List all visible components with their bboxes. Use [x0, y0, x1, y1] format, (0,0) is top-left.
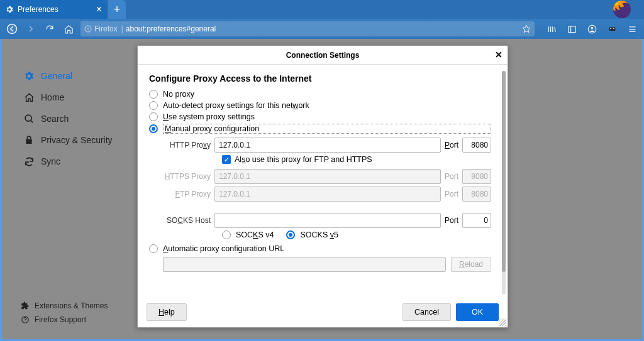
url-prefix: Firefox [94, 24, 118, 33]
sidebar-item-general[interactable]: General [21, 65, 128, 87]
checkbox-label: Also use this proxy for FTP and HTTPS [235, 155, 372, 164]
tab-title: Preferences [18, 5, 58, 14]
socks-host-input[interactable] [214, 213, 441, 228]
ok-button[interactable]: OK [456, 303, 499, 321]
close-icon[interactable]: ✕ [495, 50, 502, 60]
svg-point-11 [25, 115, 31, 121]
svg-rect-7 [609, 28, 615, 31]
socks-port-input[interactable] [462, 213, 491, 228]
footer-label: Extensions & Themes [35, 301, 108, 310]
radio-no-proxy[interactable]: No proxy [149, 89, 491, 100]
radio-label: Use system proxy settings [163, 112, 255, 121]
forward-button[interactable] [24, 22, 38, 36]
puzzle-icon [21, 301, 30, 310]
ftp-proxy-label: FTP Proxy [163, 190, 211, 198]
ftp-port-input [462, 187, 491, 202]
lock-icon [23, 134, 35, 146]
radio-label: No proxy [163, 90, 194, 99]
gear-icon [5, 5, 14, 14]
svg-point-8 [610, 28, 611, 29]
svg-rect-12 [26, 139, 31, 144]
port-label: Port [445, 141, 458, 149]
https-proxy-input [214, 169, 441, 184]
sidebar-label: General [41, 71, 72, 81]
https-port-input [462, 169, 491, 184]
account-icon[interactable] [585, 22, 599, 36]
help-button[interactable]: Help [147, 303, 187, 321]
back-button[interactable] [5, 22, 19, 36]
proxy-fields: HTTP Proxy Port ✓ Also use this proxy fo… [163, 138, 491, 239]
also-use-checkbox[interactable]: ✓ Also use this proxy for FTP and HTTPS [222, 155, 491, 164]
new-tab-button[interactable]: + [108, 0, 126, 19]
section-heading: Configure Proxy Access to the Internet [149, 73, 491, 84]
svg-rect-2 [568, 26, 575, 32]
reload-pac-button: Reload [451, 257, 491, 272]
sidebar-label: Privacy & Security [41, 135, 113, 145]
sidebar-item-home[interactable]: Home [21, 87, 128, 108]
sidebar-label: Home [41, 92, 64, 102]
port-label: Port [445, 216, 458, 225]
sidebar-item-sync[interactable]: Sync [21, 151, 128, 172]
close-tab-icon[interactable]: × [96, 4, 102, 15]
home-button[interactable] [62, 22, 75, 36]
sync-icon [23, 156, 35, 167]
port-label: Port [445, 190, 458, 198]
nav-bar: Firefox | about:preferences#general [0, 19, 644, 39]
cancel-button[interactable]: Cancel [402, 303, 451, 321]
home-icon [23, 92, 35, 103]
search-icon [23, 113, 35, 124]
scrollbar-thumb[interactable] [502, 71, 506, 272]
footer-links: Extensions & Themes Firefox Support [21, 299, 108, 327]
info-icon [84, 25, 92, 33]
radio-icon [149, 101, 158, 110]
radio-icon [149, 90, 158, 99]
toolbar-right [545, 22, 639, 36]
bookmark-icon[interactable] [522, 24, 531, 33]
gear-icon [23, 70, 35, 82]
firefox-logo [600, 0, 631, 19]
radio-socks5[interactable] [286, 230, 295, 239]
socks5-label: SOCKS v5 [300, 230, 338, 239]
reload-button[interactable] [43, 22, 57, 36]
radio-icon [149, 112, 158, 121]
radio-socks4[interactable] [222, 230, 231, 239]
radio-label: Auto-detect proxy settings for this netw… [163, 101, 309, 110]
socks-host-label: SOCKS Host [163, 216, 211, 225]
footer-support[interactable]: Firefox Support [21, 313, 108, 327]
dialog-footer: Help Cancel OK [138, 301, 508, 327]
footer-label: Firefox Support [35, 315, 86, 324]
sidebar-item-search[interactable]: Search [21, 108, 128, 129]
svg-point-4 [591, 26, 593, 29]
radio-manual-proxy[interactable]: Manual proxy configuration [149, 122, 491, 135]
http-proxy-input[interactable] [214, 138, 441, 153]
http-port-input[interactable] [462, 138, 491, 153]
help-icon [21, 315, 30, 324]
svg-point-9 [613, 28, 614, 29]
preferences-sidebar: General Home Search Privacy & Security S… [21, 65, 128, 172]
url-text: about:preferences#general [126, 24, 216, 33]
sidebar-label: Sync [41, 156, 60, 166]
dialog-header: Connection Settings ✕ [138, 46, 508, 65]
sidebar-label: Search [41, 114, 69, 124]
https-proxy-label: HTTPS Proxy [163, 172, 211, 181]
svg-point-0 [8, 24, 17, 34]
tab-preferences[interactable]: Preferences × [0, 0, 107, 19]
url-bar[interactable]: Firefox | about:preferences#general [80, 21, 535, 36]
pac-url-input [163, 257, 446, 272]
radio-auto-detect[interactable]: Auto-detect proxy settings for this netw… [149, 100, 491, 111]
radio-system-proxy[interactable]: Use system proxy settings [149, 111, 491, 122]
sidebar-item-privacy[interactable]: Privacy & Security [21, 129, 128, 151]
tab-bar: Preferences × + [0, 0, 644, 19]
resize-handle[interactable] [499, 318, 506, 326]
library-icon[interactable] [545, 22, 558, 36]
footer-extensions[interactable]: Extensions & Themes [21, 299, 108, 313]
port-label: Port [445, 172, 458, 181]
checkbox-icon: ✓ [222, 155, 231, 164]
radio-pac-url[interactable]: Automatic proxy configuration URL [149, 243, 491, 254]
connection-settings-dialog: Connection Settings ✕ Configure Proxy Ac… [137, 45, 508, 328]
menu-icon[interactable] [625, 22, 639, 36]
radio-label: Manual proxy configuration [163, 124, 491, 134]
sidebar-icon[interactable] [565, 22, 579, 36]
dialog-title: Connection Settings [286, 51, 360, 60]
extension-icon[interactable] [605, 22, 619, 36]
